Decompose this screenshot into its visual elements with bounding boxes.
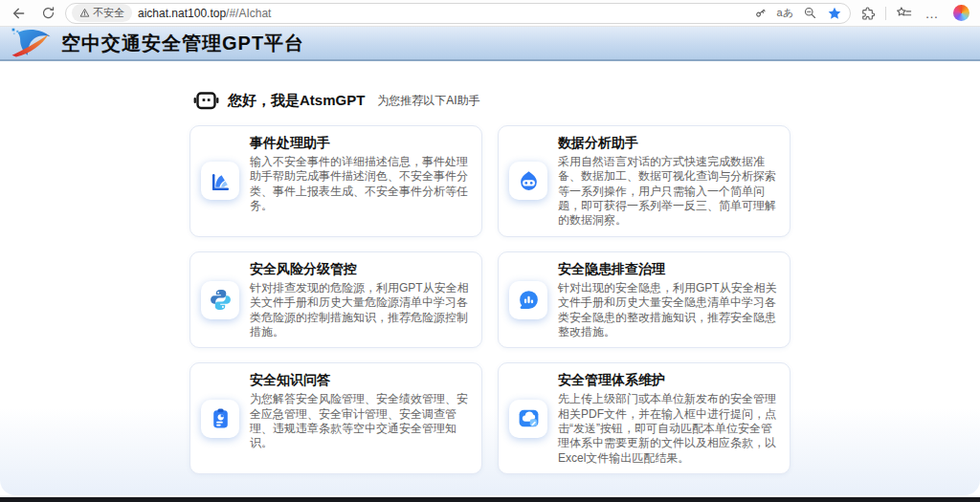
- more-menu-icon[interactable]: …: [921, 2, 944, 25]
- app-logo: [10, 27, 54, 59]
- assistant-card[interactable]: 安全风险分级管控 针对排查发现的危险源，利用GPT从安全相关文件手册和历史大量危…: [189, 251, 482, 348]
- card-desc: 针对排查发现的危险源，利用GPT从安全相关文件手册和历史大量危险源清单中学习各类…: [250, 281, 469, 339]
- cloud-edit-icon: [509, 400, 547, 438]
- card-title: 事件处理助手: [250, 135, 469, 152]
- chat-chart-icon: [509, 281, 547, 319]
- card-desc: 输入不安全事件的详细描述信息，事件处理助手帮助完成事件描述润色、不安全事件分类、…: [250, 155, 469, 213]
- card-title: 安全隐患排查治理: [558, 261, 777, 278]
- password-key-icon[interactable]: [753, 6, 768, 20]
- zoom-out-icon[interactable]: [803, 6, 817, 20]
- translate-icon[interactable]: aあ: [777, 8, 793, 18]
- refresh-icon[interactable]: [36, 2, 59, 25]
- card-desc: 为您解答安全风险管理、安全绩效管理、安全应急管理、安全审计管理、安全调查管理、违…: [250, 392, 469, 450]
- assistant-card[interactable]: 安全知识问答 为您解答安全风险管理、安全绩效管理、安全应急管理、安全审计管理、安…: [189, 362, 482, 474]
- url-text[interactable]: aichat.nat100.top/#/AIchat: [138, 7, 747, 20]
- security-badge[interactable]: 不安全: [72, 4, 132, 22]
- app-header: 空中交通安全管理GPT平台: [0, 27, 980, 61]
- book-icon: [201, 162, 239, 200]
- card-title: 安全风险分级管控: [250, 261, 469, 278]
- favorites-list-icon[interactable]: [892, 2, 915, 25]
- warning-triangle-icon: [79, 8, 90, 18]
- extensions-puzzle-icon[interactable]: [857, 2, 880, 25]
- browser-toolbar: 不安全 aichat.nat100.top/#/AIchat aあ …: [0, 0, 980, 27]
- assistant-grid: 事件处理助手 输入不安全事件的详细描述信息，事件处理助手帮助完成事件描述润色、不…: [189, 125, 791, 474]
- card-desc: 针对出现的安全隐患，利用GPT从安全相关文件手册和历史大量安全隐患清单中学习各类…: [558, 281, 777, 339]
- robot-face-icon: [509, 162, 547, 200]
- main-area: 您好，我是AtsmGPT 为您推荐以下AI助手 事件处理助手 输入不安全事件的详…: [0, 61, 980, 495]
- card-desc: 先上传上级部门或本单位新发布的安全管理相关PDF文件，并在输入框中进行提问，点击…: [558, 392, 777, 466]
- greeting: 您好，我是AtsmGPT 为您推荐以下AI助手: [189, 90, 791, 112]
- copilot-icon[interactable]: [949, 2, 972, 25]
- security-badge-label: 不安全: [93, 6, 124, 20]
- window-bottom-edge: [0, 497, 980, 502]
- greeting-title: 您好，我是AtsmGPT: [228, 92, 365, 110]
- card-title: 数据分析助手: [558, 135, 777, 152]
- card-title: 安全管理体系维护: [558, 372, 777, 389]
- assistant-card[interactable]: 数据分析助手 采用自然语言对话的方式快速完成数据准备、数据加工、数据可视化查询与…: [498, 125, 791, 237]
- assistant-card[interactable]: 事件处理助手 输入不安全事件的详细描述信息，事件处理助手帮助完成事件描述润色、不…: [189, 125, 482, 237]
- python-icon: [201, 281, 239, 319]
- toolbar-divider: [885, 7, 886, 20]
- page-title: 空中交通安全管理GPT平台: [61, 31, 304, 56]
- favorite-star-icon[interactable]: [827, 6, 842, 21]
- greeting-subtitle: 为您推荐以下AI助手: [377, 93, 479, 109]
- address-bar[interactable]: 不安全 aichat.nat100.top/#/AIchat aあ: [65, 3, 851, 24]
- card-desc: 采用自然语言对话的方式快速完成数据准备、数据加工、数据可视化查询与分析探索等一系…: [558, 155, 777, 229]
- card-title: 安全知识问答: [250, 372, 469, 389]
- clipboard-icon: [201, 400, 239, 438]
- assistant-card[interactable]: 安全管理体系维护 先上传上级部门或本单位新发布的安全管理相关PDF文件，并在输入…: [498, 362, 791, 474]
- assistant-card[interactable]: 安全隐患排查治理 针对出现的安全隐患，利用GPT从安全相关文件手册和历史大量安全…: [498, 251, 791, 348]
- robot-head-icon: [193, 90, 219, 112]
- back-icon[interactable]: [8, 2, 31, 25]
